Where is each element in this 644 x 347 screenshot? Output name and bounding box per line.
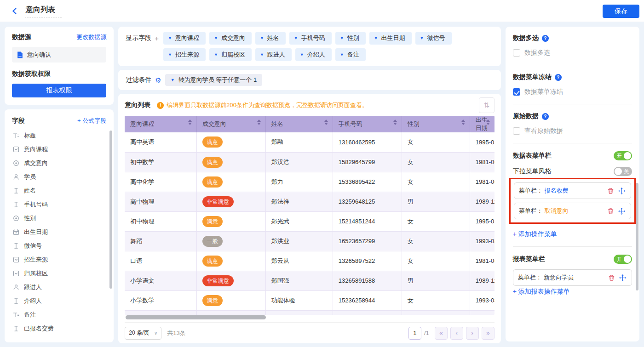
delete-icon[interactable]: [607, 274, 616, 281]
sort-carets-icon[interactable]: [486, 119, 490, 125]
display-field-tag[interactable]: ▼归属校区: [209, 48, 252, 61]
cell-gender: 女: [402, 132, 470, 152]
display-field-tag[interactable]: ▼跟进人: [255, 48, 292, 61]
checkbox-checked-icon[interactable]: [513, 88, 520, 96]
field-item[interactable]: 介绍人: [12, 294, 106, 308]
next-page-button[interactable]: ›: [466, 327, 479, 340]
add-display-field-button[interactable]: +: [155, 34, 159, 42]
display-field-tag[interactable]: ▼介绍人: [295, 48, 332, 61]
save-button[interactable]: 保存: [603, 5, 639, 18]
gear-icon[interactable]: ⚙: [155, 77, 161, 84]
field-label: 成交意向: [24, 159, 48, 167]
sort-carets-icon[interactable]: [324, 119, 328, 125]
column-header[interactable]: 姓名: [265, 116, 333, 132]
table-menubar-toggle[interactable]: 开: [614, 151, 632, 160]
field-item[interactable]: 微信号: [12, 239, 106, 253]
formula-field-link[interactable]: + 公式字段: [77, 117, 106, 125]
delete-icon[interactable]: [606, 208, 615, 215]
column-header[interactable]: 手机号码: [333, 116, 402, 132]
field-item[interactable]: 姓名: [12, 184, 106, 198]
field-item[interactable]: 性别: [12, 211, 106, 225]
field-item[interactable]: 标题: [12, 129, 106, 142]
display-field-tag[interactable]: ▼性别: [335, 32, 366, 45]
back-icon[interactable]: [9, 6, 20, 17]
display-field-tag[interactable]: ▼微信号: [415, 32, 452, 45]
table-row[interactable]: 小学数学满意功能体验15236258944女1993-08: [125, 290, 494, 310]
horizontal-scrollbar-thumb[interactable]: [126, 315, 266, 319]
settings-scrollbar[interactable]: [636, 183, 638, 290]
table-row[interactable]: [125, 310, 494, 315]
field-item[interactable]: 成交意向: [12, 156, 106, 170]
display-field-tag[interactable]: ▼手机号码: [289, 32, 332, 45]
field-item[interactable]: 手机号码: [12, 198, 106, 211]
fields-scrollbar[interactable]: [109, 131, 112, 289]
page-size-select[interactable]: 20 条/页 ∨: [125, 327, 161, 340]
menu-freeze-checkbox[interactable]: 数据菜单冻结: [513, 88, 632, 96]
help-icon[interactable]: ?: [542, 113, 549, 120]
field-item[interactable]: 学员: [12, 170, 106, 184]
report-menubar-toggle[interactable]: 开: [614, 255, 632, 264]
display-field-tag[interactable]: ▼招生来源: [163, 48, 206, 61]
field-item[interactable]: 意向课程: [12, 142, 106, 156]
add-report-action-menu-link[interactable]: + 添加报表操作菜单: [513, 288, 570, 296]
delete-icon[interactable]: [606, 188, 615, 194]
column-header[interactable]: 性别: [402, 116, 470, 132]
tag-label: 备注: [347, 51, 359, 59]
field-item[interactable]: 备注: [12, 308, 106, 322]
table-row[interactable]: 高中英语满意郑融13160462595女1995-01: [125, 132, 494, 152]
sort-carets-icon[interactable]: [188, 119, 192, 125]
column-header[interactable]: 成交意向: [196, 116, 265, 132]
field-item[interactable]: 招生来源: [12, 253, 106, 267]
move-icon[interactable]: [618, 274, 627, 281]
menubar-item-name[interactable]: 新意向学员: [544, 273, 574, 282]
add-action-menu-link[interactable]: + 添加操作菜单: [513, 230, 557, 239]
checkbox-icon[interactable]: [513, 49, 520, 57]
last-page-button[interactable]: »: [482, 327, 494, 340]
display-field-tag[interactable]: ▼备注: [335, 48, 366, 61]
datasource-item-label: 意向确认: [27, 51, 51, 59]
table-row[interactable]: 舞蹈一般郑洪业16523657299女1993-08: [125, 231, 494, 251]
sort-carets-icon[interactable]: [461, 119, 465, 125]
raw-data-checkbox[interactable]: 查看原始数据: [513, 127, 632, 135]
help-icon[interactable]: ?: [542, 35, 549, 42]
menubar-item-name[interactable]: 报名收费: [545, 187, 569, 195]
table-row[interactable]: 口语满意郑云从13265897522女1981-06: [125, 251, 494, 271]
table-row[interactable]: 小学语文非常满意郑国强13265891588男1989-11: [125, 271, 494, 290]
move-icon[interactable]: [617, 208, 626, 215]
field-item[interactable]: 7出生日期: [12, 225, 106, 239]
sort-carets-icon[interactable]: [257, 119, 261, 125]
table-row[interactable]: 高中物理非常满意郑法祥13259648125男1989-11: [125, 192, 494, 211]
field-item[interactable]: 已报名交费: [12, 322, 106, 336]
table-row[interactable]: 高中化学满意郑力15336895422女1981-06: [125, 172, 494, 192]
sort-button[interactable]: ⇅: [479, 97, 494, 113]
first-page-button[interactable]: «: [435, 327, 448, 340]
display-field-tag[interactable]: ▼姓名: [255, 32, 286, 45]
checkbox-icon[interactable]: [513, 127, 520, 135]
dropdown-style-toggle[interactable]: 关: [614, 167, 632, 176]
display-field-tag[interactable]: ▼出生日期: [369, 32, 412, 45]
table-row[interactable]: 初中数学满意郑汉浩15829645799女1981-06: [125, 152, 494, 172]
table-row[interactable]: 初中物理满意郑光武15214851244女1995-01: [125, 211, 494, 231]
display-field-tag[interactable]: ▼成交意向: [209, 32, 252, 45]
datasource-item[interactable]: 意向确认: [12, 47, 106, 63]
cell-course: 高中英语: [125, 132, 196, 152]
divider: [513, 65, 632, 65]
person-icon: [13, 284, 20, 291]
change-datasource-link[interactable]: 更改数据源: [76, 33, 106, 41]
sort-carets-icon[interactable]: [393, 119, 397, 125]
page-number-input[interactable]: 1: [408, 327, 421, 340]
help-icon[interactable]: ?: [555, 74, 562, 81]
page-title[interactable]: 意向列表: [25, 4, 62, 17]
field-label: 手机号码: [24, 200, 48, 209]
multi-select-checkbox[interactable]: 数据多选: [513, 49, 632, 57]
column-header[interactable]: 出生日期: [470, 116, 494, 132]
move-icon[interactable]: [617, 188, 626, 194]
column-header[interactable]: 意向课程: [125, 116, 196, 132]
display-field-tag[interactable]: ▼意向课程: [163, 32, 206, 45]
menubar-item-name[interactable]: 取消意向: [545, 207, 569, 215]
prev-page-button[interactable]: ‹: [450, 327, 463, 340]
field-item[interactable]: 归属校区: [12, 267, 106, 280]
filter-condition-tag[interactable]: ▼ 转为意向学员 等于任意一个 1: [165, 74, 262, 86]
report-permission-button[interactable]: 报表权限: [12, 84, 106, 97]
field-item[interactable]: 跟进人: [12, 280, 106, 294]
